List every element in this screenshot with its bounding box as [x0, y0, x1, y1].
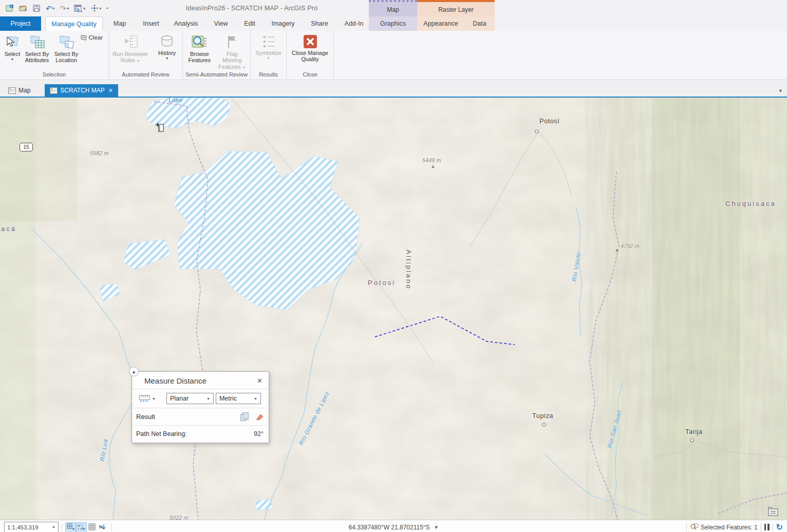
select-button[interactable]: Select ▼ [2, 33, 23, 63]
collapse-dialog-button[interactable]: ▲ [129, 367, 139, 376]
explore-caret-icon[interactable]: ▾ [99, 6, 101, 11]
select-by-location-icon [58, 34, 74, 50]
tab-project[interactable]: Project [0, 16, 41, 31]
group-label-selection: Selection [2, 71, 106, 80]
group-label-results: Results [253, 71, 284, 80]
tab-analysis[interactable]: Analysis [167, 16, 204, 31]
symbolize-button: Symbolize ▼ [253, 33, 284, 62]
type-select-caret-icon: ▼ [207, 397, 210, 401]
clear-selection-button[interactable]: Clear [79, 34, 104, 41]
tab-manage-quality[interactable]: Manage Quality [45, 16, 103, 31]
group-semi-automated-review: Browse Features Flag Missing Features ▼ … [183, 31, 251, 80]
group-label-close: Close [289, 71, 331, 80]
measure-type-select[interactable]: Planar▼ [166, 393, 214, 404]
add-layout-grid-button[interactable] [65, 522, 76, 532]
coords-caret-icon: ▼ [434, 525, 439, 530]
redo-caret-icon[interactable]: ▾ [67, 6, 69, 11]
layout-caret-icon[interactable]: ▾ [83, 6, 85, 11]
copy-result-icon[interactable] [240, 412, 249, 421]
select-by-attributes-button[interactable]: Select By Attributes [23, 33, 51, 65]
separator [686, 523, 687, 531]
save-project-icon[interactable] [31, 3, 42, 13]
separator [761, 523, 761, 531]
group-selection: Select ▼ Select By Attributes Select By … [0, 31, 109, 80]
window-title: IdeasInPro26 - SCRATCH MAP - ArcGIS Pro [118, 0, 385, 16]
north-arrow-button[interactable]: N [98, 522, 108, 532]
snapping-toggle-button[interactable] [76, 522, 87, 532]
redo-button[interactable]: ↷▾ [59, 4, 71, 13]
select-icon [5, 34, 20, 50]
quick-access-toolbar: ↶▾ ↷▾ ▾ ▾ ⹀ [4, 0, 110, 16]
refresh-map-button[interactable]: ↻ [776, 523, 783, 531]
select-by-location-button[interactable]: Select By Location [51, 33, 81, 65]
run-rules-caret-icon: ▼ [137, 59, 140, 63]
ribbon: Select ▼ Select By Attributes Select By … [0, 31, 787, 80]
separator [773, 523, 773, 531]
flag-caret-icon: ▼ [242, 66, 246, 69]
view-list-caret-icon[interactable]: ▼ [778, 88, 783, 93]
customize-qat-icon[interactable]: ⹀ [105, 4, 109, 12]
close-dialog-icon[interactable]: ✕ [257, 377, 263, 385]
group-close: Close Manage Quality Close [287, 31, 334, 80]
ribbon-spacer [334, 31, 787, 80]
history-caret-icon: ▼ [165, 56, 169, 60]
browse-features-button[interactable]: Browse Features [185, 33, 214, 65]
explore-tool-icon[interactable]: ▾ [89, 3, 103, 13]
close-manage-quality-button[interactable]: Close Manage Quality [289, 33, 331, 64]
view-tab-scratch-map[interactable]: SCRATCH MAP ✕ [45, 84, 118, 97]
ruler-icon [139, 395, 150, 402]
attributes-panel-icon[interactable] [766, 505, 780, 517]
tab-data[interactable]: Data [464, 16, 495, 31]
new-project-icon[interactable] [4, 3, 15, 13]
tab-graphics[interactable]: Graphics [369, 16, 417, 31]
svg-text:N: N [99, 524, 103, 529]
undo-caret-icon[interactable]: ▾ [53, 6, 55, 11]
group-label-automated-review: Automated Review [111, 71, 180, 80]
map-view-icon [8, 87, 16, 94]
map-canvas[interactable]: Lake 15 5982 m 5449 m 4792 m 5022 m Poto… [0, 98, 787, 520]
group-results: Symbolize ▼ Results [251, 31, 287, 80]
scale-caret-icon: ▼ [52, 525, 55, 529]
tab-insert[interactable]: Insert [137, 16, 165, 31]
tab-appearance[interactable]: Appearance [417, 16, 464, 31]
clear-result-eraser-icon[interactable] [254, 413, 264, 421]
tab-map[interactable]: Map [103, 16, 137, 31]
contextual-group-map: Map [369, 0, 417, 16]
history-button[interactable]: History ▼ [154, 33, 180, 62]
pause-drawing-button[interactable] [764, 524, 770, 530]
measure-mode-button[interactable]: ▼ [137, 394, 157, 403]
contextual-group-raster-layer: Raster Layer [417, 0, 495, 16]
measure-units-select[interactable]: Metric▼ [216, 393, 261, 404]
close-view-icon[interactable]: ✕ [108, 87, 113, 94]
symbolize-icon [261, 34, 276, 49]
tab-edit[interactable]: Edit [236, 16, 263, 31]
title-bar: ↶▾ ↷▾ ▾ ▾ ⹀ IdeasInPro26 - SCRATCH MAP -… [0, 0, 787, 16]
tab-view[interactable]: View [207, 16, 235, 31]
map-basemap [0, 98, 787, 520]
bearing-value: 92° [254, 430, 264, 438]
dialog-title: Measure Distance [144, 376, 207, 385]
select-by-attributes-icon [29, 34, 45, 50]
map-scale-select[interactable]: 1:1,453,319 ▼ [4, 522, 59, 532]
bearing-label: Path Net Bearing: [136, 430, 187, 438]
tab-share[interactable]: Share [304, 16, 335, 31]
measure-mode-caret-icon: ▼ [152, 397, 156, 401]
browse-features-icon [191, 34, 208, 50]
tab-addin[interactable]: Add-In [338, 16, 370, 31]
coordinate-readout[interactable]: 64.3387480°W 21.8702115°S ▼ [348, 524, 438, 531]
symbolize-caret-icon: ▼ [267, 56, 270, 60]
result-label: Result [136, 413, 155, 421]
undo-button[interactable]: ↶▾ [44, 4, 57, 13]
tab-imagery[interactable]: Imagery [266, 16, 300, 31]
grid-button[interactable] [87, 522, 98, 532]
view-tab-map[interactable]: Map [3, 84, 35, 97]
view-tab-bar: Map SCRATCH MAP ✕ ▼ [0, 82, 787, 98]
selected-features-indicator[interactable]: Selected Features: 1 [690, 523, 758, 531]
layout-tool-icon[interactable]: ▾ [72, 4, 87, 13]
open-project-icon[interactable] [17, 3, 29, 13]
flag-missing-features-icon [226, 34, 239, 50]
run-reviewer-rules-icon [123, 34, 138, 50]
scratch-map-view-icon [50, 87, 58, 94]
close-manage-quality-icon [303, 34, 317, 49]
highway-shield: 15 [20, 143, 33, 151]
